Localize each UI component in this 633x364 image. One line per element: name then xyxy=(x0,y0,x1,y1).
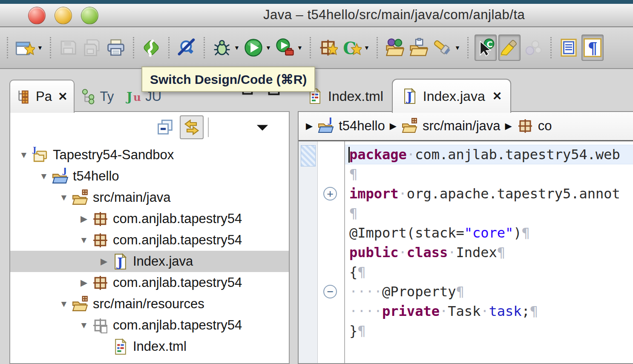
code-segment: ¶ xyxy=(349,166,357,182)
breadcrumb-label: co xyxy=(538,118,552,134)
dropdown-arrow-icon[interactable]: ▼ xyxy=(265,44,272,51)
code-segment: @Property xyxy=(382,284,456,300)
tree-item[interactable]: ▶JIndex.java xyxy=(10,251,289,272)
code-segment: task xyxy=(489,303,522,319)
toolbar-separator xyxy=(168,37,170,58)
run-external-button[interactable] xyxy=(274,34,296,61)
toolbar-separator xyxy=(204,37,205,58)
tree-item[interactable]: Index.tml xyxy=(10,336,289,357)
show-selected-element-button[interactable]: C xyxy=(475,34,497,61)
project-tree[interactable]: ▼JTapestry54-Sandbox▼Jt54hello▼src/main/… xyxy=(10,143,289,357)
toolbar-grip xyxy=(7,37,8,58)
tree-collapsed-arrow-icon[interactable]: ▶ xyxy=(96,256,112,267)
tree-expanded-arrow-icon[interactable]: ▼ xyxy=(76,320,92,330)
code-text-area[interactable]: package·com.anjlab.tapestry54.web¶import… xyxy=(345,141,633,363)
annotation-margin xyxy=(299,141,318,363)
dropdown-arrow-icon[interactable]: ▼ xyxy=(233,44,241,51)
tree-item[interactable]: ▶com.anjlab.tapestry54 xyxy=(10,208,289,229)
tree-expanded-arrow-icon[interactable]: ▼ xyxy=(16,150,32,160)
dropdown-arrow-icon[interactable]: ▼ xyxy=(363,44,371,51)
print-button[interactable] xyxy=(105,34,127,61)
tree-expanded-arrow-icon[interactable]: ▼ xyxy=(36,171,52,181)
tree-item[interactable]: ▼src/main/java xyxy=(10,187,289,208)
collapse-all-button[interactable] xyxy=(153,115,177,139)
source-folder-icon xyxy=(72,189,89,206)
new-java-class-button[interactable]: C xyxy=(341,34,363,61)
run-button[interactable] xyxy=(242,34,265,61)
save-all-button xyxy=(81,34,103,61)
tree-collapsed-arrow-icon[interactable]: ▶ xyxy=(76,214,92,224)
view-menu-button[interactable] xyxy=(250,115,274,139)
code-segment: ···· xyxy=(349,284,382,300)
code-line[interactable]: ····@Property¶ xyxy=(345,282,633,301)
code-segment: · xyxy=(407,146,415,163)
tree-item[interactable]: ▶com.anjlab.tapestry54 xyxy=(10,272,289,293)
toolbar-item: C▼ xyxy=(341,34,371,61)
tree-expanded-arrow-icon[interactable]: ▼ xyxy=(76,235,92,245)
new-java-package-button[interactable] xyxy=(317,34,339,61)
tree-expanded-arrow-icon[interactable]: ▼ xyxy=(56,192,72,203)
fold-expand-icon[interactable]: + xyxy=(323,187,337,201)
code-line[interactable]: ····private·Task·task;¶ xyxy=(345,301,633,321)
show-whitespace-icon: ¶ xyxy=(583,38,602,57)
dropdown-arrow-icon[interactable]: ▼ xyxy=(36,44,44,51)
code-line[interactable]: {¶ xyxy=(345,262,633,282)
code-segment: · xyxy=(440,303,448,319)
search-button[interactable] xyxy=(432,34,454,61)
code-line[interactable]: @Import(stack="core")¶ xyxy=(345,223,633,243)
code-line[interactable]: }¶ xyxy=(345,321,633,341)
zoom-window-button[interactable] xyxy=(81,7,98,24)
package-icon xyxy=(92,210,109,228)
link-with-editor-icon xyxy=(182,118,201,137)
tree-item[interactable]: ▼JTapestry54-Sandbox xyxy=(10,144,289,166)
block-selection-button[interactable] xyxy=(558,34,580,61)
close-window-button[interactable] xyxy=(28,7,46,24)
breadcrumb-label: src/main/java xyxy=(423,118,501,134)
editor-tab-bar: Index.tmlJIndex.java✕ xyxy=(298,79,633,112)
dropdown-arrow-icon[interactable]: ▼ xyxy=(296,44,304,51)
package-icon xyxy=(92,274,109,292)
circle-slash-button[interactable] xyxy=(176,34,198,61)
open-resource-button[interactable] xyxy=(408,34,430,61)
dropdown-arrow-icon[interactable]: ▼ xyxy=(454,44,461,51)
debug-button[interactable] xyxy=(211,34,233,61)
code-segment: · xyxy=(481,303,489,319)
tree-item[interactable]: ▼Jt54hello xyxy=(10,166,289,187)
breadcrumb-item[interactable]: co xyxy=(517,118,552,135)
tree-item-label: src/main/java xyxy=(93,190,171,205)
minimize-window-button[interactable] xyxy=(55,7,72,24)
tree-expanded-arrow-icon[interactable]: ▼ xyxy=(56,299,72,309)
package-icon xyxy=(517,118,534,135)
tree-item[interactable]: ▼src/main/resources xyxy=(10,293,289,315)
fold-collapse-icon[interactable]: − xyxy=(323,285,337,298)
breadcrumb-item[interactable]: Jt54hello xyxy=(317,118,385,135)
view-tab-label: Ty xyxy=(100,89,114,104)
code-line[interactable]: import·org.apache.tapestry5.annot xyxy=(345,184,633,203)
tree-item-label: com.anjlab.tapestry54 xyxy=(113,232,242,248)
mark-occurrences-button[interactable] xyxy=(498,34,521,61)
java-editor[interactable]: +− package·com.anjlab.tapestry54.web¶imp… xyxy=(299,141,633,363)
toolbar-separator xyxy=(133,37,134,58)
view-toolbar xyxy=(10,112,289,143)
code-line[interactable]: ¶ xyxy=(345,203,633,223)
close-tab-icon[interactable]: ✕ xyxy=(492,91,502,102)
editor-tab-index-java[interactable]: JIndex.java✕ xyxy=(392,79,512,113)
tree-item[interactable]: ▼com.anjlab.tapestry54 xyxy=(10,229,289,251)
open-type-button[interactable] xyxy=(384,34,406,61)
close-tab-icon[interactable]: ✕ xyxy=(58,91,68,103)
switch-design-code-button[interactable] xyxy=(140,34,162,61)
breadcrumb-item[interactable]: src/main/java xyxy=(401,118,501,135)
new-wizard-button[interactable] xyxy=(14,34,36,61)
show-whitespace-button[interactable]: ¶ xyxy=(581,34,604,61)
tree-item-label: src/main/resources xyxy=(93,296,204,312)
main-toolbar: ▼▼▼▼C▼▼C¶ xyxy=(0,27,633,69)
code-line[interactable]: package·com.anjlab.tapestry54.web xyxy=(345,145,633,164)
view-tab-pa[interactable]: Pa✕ xyxy=(9,80,75,113)
tree-item[interactable]: ▼com.anjlab.tapestry54 xyxy=(10,315,289,336)
code-line[interactable]: public·class·Index¶ xyxy=(345,243,633,262)
tree-collapsed-arrow-icon[interactable]: ▶ xyxy=(76,278,92,288)
code-line[interactable]: ¶ xyxy=(345,164,633,184)
toolbar-item: ▼ xyxy=(432,34,461,61)
link-with-editor-button[interactable] xyxy=(180,115,204,139)
view-tab-ty[interactable]: Ty xyxy=(75,81,120,112)
